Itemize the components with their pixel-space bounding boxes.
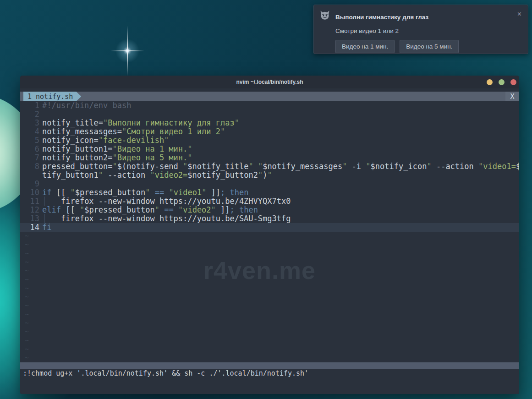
line-number: 5 — [20, 136, 42, 145]
window-title: nvim ~/.local/bin/notify.sh — [20, 79, 519, 85]
empty-line-tilde: ~ — [20, 275, 519, 284]
line-number: 9 — [20, 180, 42, 188]
code-line[interactable]: 11│ firefox --new-window https://youtu.b… — [20, 197, 519, 206]
line-number: 1 — [20, 101, 42, 110]
empty-line-tilde: ~ — [20, 284, 519, 293]
notification-body: Смотри видео 1 или 2 — [335, 27, 399, 34]
notification-panel: Выполни гимнастику для глаз Смотри видео… — [313, 5, 528, 54]
code-line[interactable]: 14fi — [20, 223, 519, 232]
empty-line-tilde: ~ — [20, 240, 519, 249]
buffer-tabline: 1 notify.sh X — [20, 92, 519, 101]
line-number: 14 — [20, 223, 42, 232]
empty-line-tilde: ~ — [20, 232, 519, 240]
notification-close-icon[interactable]: × — [517, 11, 521, 17]
empty-line-tilde: ~ — [20, 293, 519, 301]
statusline — [20, 362, 519, 369]
line-number: 11 — [20, 197, 42, 206]
tab-notify-sh[interactable]: 1 notify.sh — [23, 92, 81, 101]
notification-actions: Видео на 1 мин. Видео на 5 мин. — [335, 40, 459, 53]
code-line[interactable]: 13│ firefox --new-window https://youtu.b… — [20, 214, 519, 223]
editor-tildes: ~~~~~~~~~~~~~~~ — [20, 232, 519, 362]
code-line[interactable]: 3notify_title="Выполни гимнастику для гл… — [20, 119, 519, 127]
empty-line-tilde: ~ — [20, 267, 519, 275]
video-1-min-button[interactable]: Видео на 1 мин. — [335, 40, 395, 53]
code-line[interactable]: 6notify_button1="Видео на 1 мин." — [20, 145, 519, 153]
line-number: 6 — [20, 145, 42, 153]
maximize-button[interactable] — [499, 79, 505, 85]
code-line[interactable]: 12elif [[ "$pressed_button" == "video2" … — [20, 206, 519, 214]
face-devilish-icon — [320, 11, 330, 22]
code-line[interactable]: 2 — [20, 110, 519, 119]
line-number: 12 — [20, 206, 42, 214]
terminal-window: nvim ~/.local/bin/notify.sh 1 notify.sh … — [20, 76, 519, 394]
empty-line-tilde: ~ — [20, 310, 519, 319]
editor-area[interactable]: 1#!/usr/bin/env bash23notify_title="Выпо… — [20, 101, 519, 362]
editor-top-padding — [20, 88, 519, 92]
editor-lines: 1#!/usr/bin/env bash23notify_title="Выпо… — [20, 101, 519, 232]
line-number: 10 — [20, 188, 42, 197]
line-number — [20, 171, 42, 180]
empty-line-tilde: ~ — [20, 354, 519, 362]
line-number: 3 — [20, 119, 42, 127]
minimize-button[interactable] — [487, 79, 493, 85]
line-number: 2 — [20, 110, 42, 119]
code-line[interactable]: tify_button1" --action "video2=$notify_b… — [20, 171, 519, 180]
empty-line-tilde: ~ — [20, 345, 519, 354]
code-line[interactable]: 9 — [20, 180, 519, 188]
empty-line-tilde: ~ — [20, 258, 519, 267]
line-number: 13 — [20, 214, 42, 223]
line-number: 7 — [20, 153, 42, 162]
code-line[interactable]: 5notify_icon="face-devilish" — [20, 136, 519, 145]
code-line[interactable]: 4notify_messasges="Смотри видео 1 или 2" — [20, 127, 519, 136]
code-line[interactable]: 10if [[ "$pressed_button" == "video1" ]]… — [20, 188, 519, 197]
window-titlebar[interactable]: nvim ~/.local/bin/notify.sh — [20, 76, 519, 88]
empty-line-tilde: ~ — [20, 301, 519, 310]
empty-line-tilde: ~ — [20, 328, 519, 336]
empty-line-tilde: ~ — [20, 319, 519, 328]
notification-title: Выполни гимнастику для глаз — [335, 14, 428, 21]
window-controls — [487, 76, 516, 88]
empty-line-tilde: ~ — [20, 249, 519, 258]
empty-line-tilde: ~ — [20, 336, 519, 345]
command-line[interactable]: :!chmod ug+x '.local/bin/notify.sh' && s… — [20, 369, 519, 378]
video-5-min-button[interactable]: Видео на 5 мин. — [400, 40, 459, 53]
line-number: 8 — [20, 162, 42, 171]
code-line[interactable]: 8pressed_button="$(notify-send "$notify_… — [20, 162, 519, 171]
tab-close-button[interactable]: X — [505, 92, 519, 101]
line-number: 4 — [20, 127, 42, 136]
code-line[interactable]: 1#!/usr/bin/env bash — [20, 101, 519, 110]
code-line[interactable]: 7notify_button2="Видео на 5 мин." — [20, 153, 519, 162]
close-button[interactable] — [510, 79, 516, 85]
